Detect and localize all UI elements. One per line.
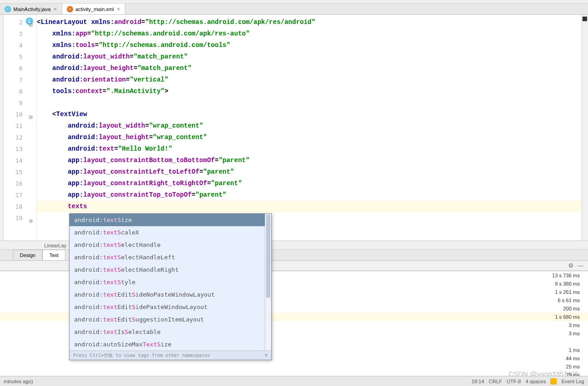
- scrollbar[interactable]: [582, 15, 588, 240]
- autocomplete-item[interactable]: android:textScaleX: [70, 226, 271, 239]
- line-number[interactable]: 12: [4, 132, 36, 143]
- code-line[interactable]: app:layout_constraintTop_toTopOf="parent…: [37, 189, 582, 201]
- code-line[interactable]: texts: [37, 201, 582, 212]
- popup-scroll-thumb[interactable]: [266, 215, 270, 298]
- editor-tabs: CMainActivity.java×xactivity_main.xml×: [0, 4, 588, 15]
- status-encoding[interactable]: UTF-8: [506, 379, 521, 384]
- status-time: 18:14: [472, 379, 484, 384]
- line-number[interactable]: 3: [4, 28, 36, 40]
- code-line[interactable]: android:layout_height="wrap_content": [37, 132, 582, 143]
- editor-tab[interactable]: xactivity_main.xml×: [62, 4, 125, 14]
- autocomplete-item[interactable]: android:textSize: [70, 214, 271, 226]
- line-number[interactable]: 14: [4, 155, 36, 166]
- line-number[interactable]: 13: [4, 143, 36, 155]
- autocomplete-item[interactable]: android:textEditSuggestionItemLayout: [70, 313, 271, 326]
- autocomplete-item[interactable]: android:textEditSideNoPasteWindowLayout: [70, 288, 271, 301]
- top-bar: [0, 0, 588, 4]
- event-log-label[interactable]: Event Log: [561, 379, 584, 384]
- status-spaces[interactable]: 4 spaces: [525, 379, 546, 384]
- left-margin: [0, 15, 4, 240]
- close-icon[interactable]: ×: [53, 6, 57, 12]
- line-number[interactable]: 6: [4, 63, 36, 74]
- minimize-icon[interactable]: —: [577, 262, 583, 269]
- code-line[interactable]: <LinearLayout xmlns:android="http://sche…: [37, 17, 582, 28]
- tab-label: activity_main.xml: [76, 6, 114, 12]
- code-area[interactable]: <LinearLayout xmlns:android="http://sche…: [37, 15, 582, 240]
- code-line[interactable]: android:layout_width="match_parent": [37, 51, 582, 63]
- line-number[interactable]: 11: [4, 120, 36, 132]
- autocomplete-list[interactable]: android:textSizeandroid:textScaleXandroi…: [70, 214, 271, 351]
- line-number[interactable]: 19⊖: [4, 212, 36, 224]
- fold-icon[interactable]: ⊟: [28, 111, 33, 116]
- code-line[interactable]: android:layout_width="wrap_content": [37, 120, 582, 132]
- autocomplete-item[interactable]: android:textStyle: [70, 276, 271, 288]
- status-right: 18:14 CRLF UTF-8 4 spaces Event Log: [472, 378, 584, 385]
- code-line[interactable]: tools:context=".MainActivity">: [37, 86, 582, 97]
- line-number[interactable]: 9: [4, 97, 36, 109]
- line-number[interactable]: 2⊟: [4, 17, 36, 28]
- status-bar: minutes ago) 18:14 CRLF UTF-8 4 spaces E…: [0, 376, 588, 386]
- close-icon[interactable]: ×: [116, 6, 120, 12]
- event-log-icon[interactable]: [550, 378, 557, 385]
- file-icon: x: [67, 6, 73, 12]
- autocomplete-item[interactable]: android:autoSizeMaxTextSize: [70, 338, 271, 351]
- line-number[interactable]: 15: [4, 166, 36, 178]
- fold-icon[interactable]: ⊟: [28, 19, 33, 24]
- scroll-marker: [582, 17, 587, 21]
- code-line[interactable]: [37, 97, 582, 109]
- fold-icon[interactable]: ⊖: [28, 215, 33, 220]
- autocomplete-popup: android:textSizeandroid:textScaleXandroi…: [69, 213, 272, 360]
- code-line[interactable]: xmlns:app="http://schemas.android.com/ap…: [37, 28, 582, 40]
- line-number[interactable]: 17: [4, 189, 36, 201]
- code-line[interactable]: android:layout_height="match_parent": [37, 63, 582, 74]
- design-tab-text[interactable]: Text: [42, 250, 65, 260]
- gutter: C 2⊟345678910⊟111213141516171819⊖: [4, 15, 37, 240]
- line-number[interactable]: 18: [4, 201, 36, 212]
- autocomplete-hint: Press Ctrl+空格 to view tags from other na…: [70, 351, 271, 360]
- autocomplete-item[interactable]: android:textSelectHandleLeft: [70, 251, 271, 263]
- autocomplete-item[interactable]: android:textEditSidePasteWindowLayout: [70, 301, 271, 313]
- popup-scrollbar[interactable]: [265, 214, 271, 351]
- metrics-row[interactable]: 25 ms: [0, 363, 588, 371]
- line-number[interactable]: 7: [4, 74, 36, 86]
- editor-container: C 2⊟345678910⊟111213141516171819⊖ <Linea…: [0, 15, 588, 240]
- design-tab-design[interactable]: Design: [13, 250, 42, 260]
- code-line[interactable]: app:layout_constraintLeft_toLeftOf="pare…: [37, 166, 582, 178]
- line-number[interactable]: 5: [4, 51, 36, 63]
- pi-icon[interactable]: π: [265, 351, 268, 360]
- code-line[interactable]: app:layout_constraintRight_toRightOf="pa…: [37, 178, 582, 189]
- status-left: minutes ago): [4, 379, 33, 384]
- line-number[interactable]: 4: [4, 40, 36, 51]
- line-number[interactable]: 8: [4, 86, 36, 97]
- gear-icon[interactable]: ⚙: [568, 262, 574, 269]
- autocomplete-item[interactable]: android:textIsSelectable: [70, 326, 271, 338]
- editor-tab[interactable]: CMainActivity.java×: [0, 4, 62, 14]
- code-line[interactable]: xmlns:tools="http://schemas.android.com/…: [37, 40, 582, 51]
- code-line[interactable]: <TextView: [37, 109, 582, 120]
- autocomplete-item[interactable]: android:textSelectHandleRight: [70, 263, 271, 276]
- file-icon: C: [5, 6, 11, 12]
- status-crlf[interactable]: CRLF: [489, 379, 502, 384]
- tab-label: MainActivity.java: [13, 6, 51, 12]
- code-line[interactable]: android:text="Hello World!": [37, 143, 582, 155]
- autocomplete-item[interactable]: android:textSelectHandle: [70, 239, 271, 251]
- code-line[interactable]: android:orientation="vertical": [37, 74, 582, 86]
- line-number[interactable]: 10⊟: [4, 109, 36, 120]
- hint-text: Press Ctrl+空格 to view tags from other na…: [73, 351, 210, 360]
- line-number[interactable]: 16: [4, 178, 36, 189]
- code-line[interactable]: app:layout_constraintBottom_toBottomOf="…: [37, 155, 582, 166]
